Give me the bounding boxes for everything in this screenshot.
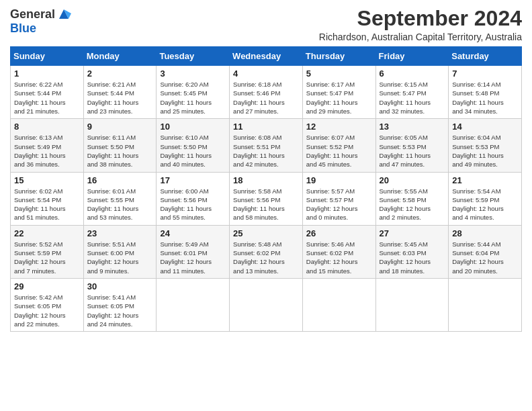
day-info: Sunrise: 6:22 AM Sunset: 5:44 PM Dayligh… [14,80,80,116]
calendar-cell [375,278,449,331]
calendar-cell: 27Sunrise: 5:45 AM Sunset: 6:03 PM Dayli… [375,225,449,278]
calendar-cell: 4Sunrise: 6:18 AM Sunset: 5:46 PM Daylig… [230,66,303,119]
day-number: 6 [380,68,445,79]
calendar-cell: 11Sunrise: 6:08 AM Sunset: 5:51 PM Dayli… [230,119,303,172]
calendar-cell: 15Sunrise: 6:02 AM Sunset: 5:54 PM Dayli… [11,172,84,225]
location-title: Richardson, Australian Capital Territory… [319,32,522,42]
title-section: September 2024 Richardson, Australian Ca… [319,7,522,42]
logo-blue-text: Blue [10,21,36,36]
day-info: Sunrise: 5:42 AM Sunset: 6:05 PM Dayligh… [14,293,80,328]
day-number: 19 [306,175,372,185]
calendar-cell [449,278,522,331]
calendar-cell: 19Sunrise: 5:57 AM Sunset: 5:57 PM Dayli… [302,172,375,225]
weekday-header-thursday: Thursday [302,47,375,66]
calendar-cell: 21Sunrise: 5:54 AM Sunset: 5:59 PM Dayli… [449,172,522,225]
day-info: Sunrise: 6:00 AM Sunset: 5:56 PM Dayligh… [160,187,226,222]
calendar-cell: 9Sunrise: 6:11 AM Sunset: 5:50 PM Daylig… [83,119,157,172]
day-info: Sunrise: 5:45 AM Sunset: 6:03 PM Dayligh… [380,240,445,275]
calendar-cell: 30Sunrise: 5:41 AM Sunset: 6:05 PM Dayli… [83,278,157,331]
day-info: Sunrise: 5:52 AM Sunset: 5:59 PM Dayligh… [14,240,80,275]
day-info: Sunrise: 6:01 AM Sunset: 5:55 PM Dayligh… [87,187,153,222]
day-number: 22 [14,228,80,238]
day-number: 25 [233,228,299,238]
day-info: Sunrise: 6:10 AM Sunset: 5:50 PM Dayligh… [160,133,226,169]
day-number: 28 [452,228,518,238]
day-info: Sunrise: 6:04 AM Sunset: 5:53 PM Dayligh… [452,133,518,169]
weekday-header-row: SundayMondayTuesdayWednesdayThursdayFrid… [11,47,522,66]
day-number: 2 [87,68,153,79]
day-info: Sunrise: 6:18 AM Sunset: 5:46 PM Dayligh… [233,80,299,116]
day-info: Sunrise: 5:54 AM Sunset: 5:59 PM Dayligh… [452,187,518,222]
day-number: 12 [306,122,372,132]
day-number: 26 [306,228,372,238]
calendar-cell: 25Sunrise: 5:48 AM Sunset: 6:02 PM Dayli… [230,225,303,278]
day-info: Sunrise: 6:08 AM Sunset: 5:51 PM Dayligh… [233,133,299,169]
calendar-cell: 14Sunrise: 6:04 AM Sunset: 5:53 PM Dayli… [449,119,522,172]
weekday-header-sunday: Sunday [11,47,84,66]
calendar-cell: 23Sunrise: 5:51 AM Sunset: 6:00 PM Dayli… [83,225,157,278]
day-info: Sunrise: 5:55 AM Sunset: 5:58 PM Dayligh… [380,187,445,222]
calendar-cell: 17Sunrise: 6:00 AM Sunset: 5:56 PM Dayli… [157,172,230,225]
day-number: 4 [233,68,299,79]
day-number: 5 [306,68,372,79]
day-info: Sunrise: 6:20 AM Sunset: 5:45 PM Dayligh… [160,80,226,116]
logo-icon [56,7,71,21]
day-number: 21 [452,175,518,185]
day-number: 18 [233,175,299,185]
calendar-week-1: 1Sunrise: 6:22 AM Sunset: 5:44 PM Daylig… [11,66,522,119]
logo: General Blue [10,7,71,36]
day-number: 13 [380,122,445,132]
day-number: 1 [14,68,80,79]
calendar-cell: 12Sunrise: 6:07 AM Sunset: 5:52 PM Dayli… [302,119,375,172]
calendar-cell [157,278,230,331]
day-info: Sunrise: 5:49 AM Sunset: 6:01 PM Dayligh… [160,240,226,275]
calendar-cell [302,278,375,331]
calendar-cell: 26Sunrise: 5:46 AM Sunset: 6:02 PM Dayli… [302,225,375,278]
day-number: 24 [160,228,226,238]
day-info: Sunrise: 5:41 AM Sunset: 6:05 PM Dayligh… [87,293,153,328]
weekday-header-wednesday: Wednesday [230,47,303,66]
weekday-header-tuesday: Tuesday [157,47,230,66]
day-info: Sunrise: 6:05 AM Sunset: 5:53 PM Dayligh… [380,133,445,169]
day-number: 11 [233,122,299,132]
day-number: 8 [14,122,80,132]
day-info: Sunrise: 6:15 AM Sunset: 5:47 PM Dayligh… [380,80,445,116]
calendar-cell: 8Sunrise: 6:13 AM Sunset: 5:49 PM Daylig… [11,119,84,172]
day-info: Sunrise: 5:46 AM Sunset: 6:02 PM Dayligh… [306,240,372,275]
calendar-cell: 24Sunrise: 5:49 AM Sunset: 6:01 PM Dayli… [157,225,230,278]
day-info: Sunrise: 5:48 AM Sunset: 6:02 PM Dayligh… [233,240,299,275]
day-info: Sunrise: 5:58 AM Sunset: 5:56 PM Dayligh… [233,187,299,222]
calendar-cell: 3Sunrise: 6:20 AM Sunset: 5:45 PM Daylig… [157,66,230,119]
calendar-week-5: 29Sunrise: 5:42 AM Sunset: 6:05 PM Dayli… [11,278,522,331]
calendar-cell: 5Sunrise: 6:17 AM Sunset: 5:47 PM Daylig… [302,66,375,119]
day-info: Sunrise: 6:17 AM Sunset: 5:47 PM Dayligh… [306,80,372,116]
day-info: Sunrise: 5:57 AM Sunset: 5:57 PM Dayligh… [306,187,372,222]
calendar-cell: 20Sunrise: 5:55 AM Sunset: 5:58 PM Dayli… [375,172,449,225]
day-number: 3 [160,68,226,79]
calendar-cell: 7Sunrise: 6:14 AM Sunset: 5:48 PM Daylig… [449,66,522,119]
calendar-week-3: 15Sunrise: 6:02 AM Sunset: 5:54 PM Dayli… [11,172,522,225]
day-info: Sunrise: 6:14 AM Sunset: 5:48 PM Dayligh… [452,80,518,116]
day-info: Sunrise: 6:13 AM Sunset: 5:49 PM Dayligh… [14,133,80,169]
day-number: 27 [380,228,445,238]
calendar-week-2: 8Sunrise: 6:13 AM Sunset: 5:49 PM Daylig… [11,119,522,172]
day-number: 15 [14,175,80,185]
calendar-cell: 16Sunrise: 6:01 AM Sunset: 5:55 PM Dayli… [83,172,157,225]
calendar-cell: 6Sunrise: 6:15 AM Sunset: 5:47 PM Daylig… [375,66,449,119]
calendar-cell: 22Sunrise: 5:52 AM Sunset: 5:59 PM Dayli… [11,225,84,278]
day-number: 30 [87,281,153,291]
calendar-week-4: 22Sunrise: 5:52 AM Sunset: 5:59 PM Dayli… [11,225,522,278]
day-info: Sunrise: 6:21 AM Sunset: 5:44 PM Dayligh… [87,80,153,116]
day-number: 29 [14,281,80,291]
day-info: Sunrise: 6:11 AM Sunset: 5:50 PM Dayligh… [87,133,153,169]
page-header: General Blue September 2024 Richardson, … [10,7,522,42]
day-info: Sunrise: 5:51 AM Sunset: 6:00 PM Dayligh… [87,240,153,275]
day-number: 10 [160,122,226,132]
calendar-cell: 10Sunrise: 6:10 AM Sunset: 5:50 PM Dayli… [157,119,230,172]
month-title: September 2024 [319,7,522,30]
calendar: SundayMondayTuesdayWednesdayThursdayFrid… [10,46,522,332]
logo-general-text: General [10,7,55,21]
day-info: Sunrise: 6:02 AM Sunset: 5:54 PM Dayligh… [14,187,80,222]
weekday-header-friday: Friday [375,47,449,66]
weekday-header-monday: Monday [83,47,157,66]
